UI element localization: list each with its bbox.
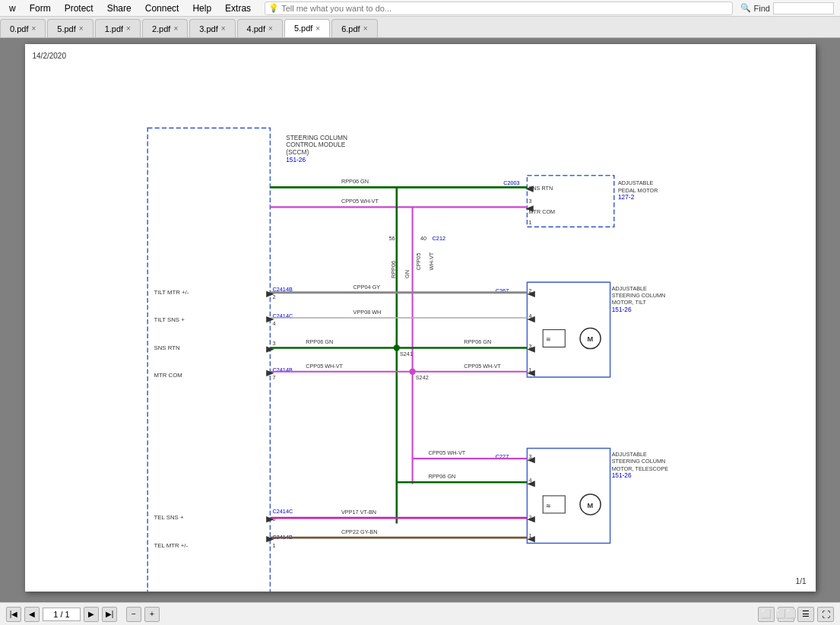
svg-point-75 [393, 344, 399, 351]
svg-text:4: 4 [272, 320, 275, 327]
svg-text:ADJUSTABLE: ADJUSTABLE [618, 179, 653, 186]
menu-item-form[interactable]: Form [24, 2, 57, 15]
svg-text:40: 40 [420, 235, 426, 242]
tab-close-2[interactable]: × [126, 24, 131, 33]
svg-text:≋: ≋ [546, 335, 551, 343]
svg-text:CPP05  WH-VT: CPP05 WH-VT [464, 363, 501, 370]
tab-close-4[interactable]: × [221, 24, 226, 33]
svg-text:CPP05  WH-VT: CPP05 WH-VT [306, 363, 343, 370]
zoom-in-button[interactable]: + [144, 607, 160, 622]
main-content: 14/2/2020 1/1 STEERING COLUMN CONTROL MO… [0, 38, 840, 602]
svg-text:TILT MTR +/-: TILT MTR +/- [154, 289, 189, 296]
tab-5pdf-active[interactable]: 5.pdf × [284, 19, 330, 37]
tab-close-7[interactable]: × [363, 24, 368, 33]
pdf-page: 14/2/2020 1/1 STEERING COLUMN CONTROL MO… [25, 44, 816, 592]
svg-text:2: 2 [272, 293, 275, 300]
tab-3pdf[interactable]: 3.pdf × [189, 19, 235, 37]
tab-4pdf[interactable]: 4.pdf × [237, 19, 283, 37]
tab-close-5[interactable]: × [268, 24, 273, 33]
svg-text:STEERING COLUMN: STEERING COLUMN [611, 292, 665, 299]
tab-5pdf-1[interactable]: 5.pdf × [47, 19, 93, 37]
svg-text:C2414C: C2414C [272, 508, 293, 515]
svg-text:TEL MTR +/-: TEL MTR +/- [154, 542, 188, 549]
svg-rect-5 [527, 176, 613, 227]
next-page-button[interactable]: ▶ [84, 607, 99, 622]
svg-text:TILT SNS +: TILT SNS + [154, 316, 185, 323]
first-page-button[interactable]: |◀ [6, 607, 21, 622]
svg-point-80 [409, 369, 415, 375]
svg-text:3: 3 [528, 198, 531, 205]
svg-text:RPP06  GN: RPP06 GN [306, 338, 333, 345]
menu-item-protect[interactable]: Protect [59, 2, 100, 15]
svg-text:C2003: C2003 [503, 179, 519, 186]
svg-text:GN: GN [404, 270, 410, 278]
svg-text:CPP05: CPP05 [415, 253, 422, 271]
svg-text:56: 56 [388, 235, 395, 242]
menu-item-help[interactable]: Help [186, 2, 217, 15]
svg-text:(SCCM): (SCCM) [286, 148, 309, 156]
prev-page-button[interactable]: ◀ [24, 607, 40, 622]
tab-6pdf[interactable]: 6.pdf × [331, 19, 377, 37]
svg-text:1: 1 [272, 542, 275, 549]
svg-text:STEERING COLUMN: STEERING COLUMN [611, 458, 665, 465]
search-input[interactable] [281, 4, 728, 13]
schematic-diagram: STEERING COLUMN CONTROL MODULE (SCCM) 15… [25, 44, 816, 592]
svg-text:151-26: 151-26 [611, 306, 631, 313]
svg-text:VPP17  VT-BN: VPP17 VT-BN [341, 509, 376, 516]
svg-rect-0 [147, 128, 270, 592]
page-input[interactable]: 1 / 1 [43, 608, 81, 621]
svg-text:C212: C212 [432, 235, 445, 242]
svg-text:ADJUSTABLE: ADJUSTABLE [611, 285, 646, 292]
svg-text:RPP06: RPP06 [389, 261, 396, 278]
tab-close-0[interactable]: × [31, 24, 36, 33]
two-page-view-button[interactable]: ⬜⬜ [778, 607, 794, 622]
svg-rect-40 [527, 282, 610, 377]
svg-text:RPP06  GN: RPP06 GN [428, 473, 455, 480]
svg-text:S242: S242 [415, 374, 428, 381]
menu-item-connect[interactable]: Connect [139, 2, 185, 15]
tab-0pdf[interactable]: 0.pdf × [0, 19, 46, 37]
svg-text:CPP05  WH-VT: CPP05 WH-VT [341, 198, 379, 205]
tab-2pdf[interactable]: 2.pdf × [142, 19, 188, 37]
svg-text:CPP05  WH-VT: CPP05 WH-VT [428, 449, 465, 456]
svg-text:CPP04  GY: CPP04 GY [353, 284, 380, 290]
svg-text:VPP08  WH: VPP08 WH [353, 309, 381, 316]
svg-text:MTR COM: MTR COM [154, 372, 182, 379]
menu-item-extras[interactable]: Extras [219, 2, 257, 15]
tab-1pdf[interactable]: 1.pdf × [95, 19, 141, 37]
find-bar: 🔍 Find [740, 2, 834, 14]
svg-text:RPP06  GN: RPP06 GN [464, 338, 491, 345]
page-number: 1/1 [796, 577, 807, 585]
svg-text:S241: S241 [399, 351, 412, 357]
find-input[interactable] [773, 2, 834, 14]
svg-text:M: M [587, 502, 593, 509]
svg-text:TEL SNS +: TEL SNS + [154, 514, 183, 521]
tab-bar: 0.pdf × 5.pdf × 1.pdf × 2.pdf × 3.pdf × … [0, 17, 840, 38]
svg-text:1: 1 [528, 219, 531, 226]
svg-text:CPP22  GY-BN: CPP22 GY-BN [341, 528, 377, 535]
svg-text:151-26: 151-26 [286, 156, 306, 163]
menu-item-w[interactable]: w [3, 2, 22, 15]
svg-text:3: 3 [272, 340, 275, 347]
svg-text:SNS RTN: SNS RTN [154, 344, 179, 351]
svg-text:RPP06  GN: RPP06 GN [341, 178, 369, 185]
svg-text:151-26: 151-26 [611, 471, 631, 479]
last-page-button[interactable]: ▶| [102, 607, 117, 622]
tab-close-3[interactable]: × [173, 24, 178, 33]
svg-text:WH-VT: WH-VT [427, 252, 434, 270]
svg-rect-54 [527, 449, 610, 544]
tab-close-1[interactable]: × [79, 24, 84, 33]
zoom-out-button[interactable]: − [126, 607, 141, 622]
menu-item-share[interactable]: Share [101, 2, 138, 15]
svg-text:≋: ≋ [546, 502, 551, 509]
single-page-view-button[interactable]: ⬜ [758, 607, 775, 622]
svg-text:M: M [587, 335, 593, 343]
scroll-view-button[interactable]: ☰ [797, 607, 814, 622]
tab-close-6[interactable]: × [315, 24, 320, 33]
menu-bar: w Form Protect Share Connect Help Extras… [0, 0, 840, 17]
full-screen-button[interactable]: ⛶ [817, 607, 834, 622]
bottom-toolbar: |◀ ◀ 1 / 1 ▶ ▶| − + ⬜ ⬜⬜ ☰ ⛶ [0, 602, 840, 625]
svg-text:ADJUSTABLE: ADJUSTABLE [611, 451, 646, 458]
search-bar[interactable]: 💡 [265, 2, 732, 15]
svg-text:7: 7 [272, 374, 275, 381]
